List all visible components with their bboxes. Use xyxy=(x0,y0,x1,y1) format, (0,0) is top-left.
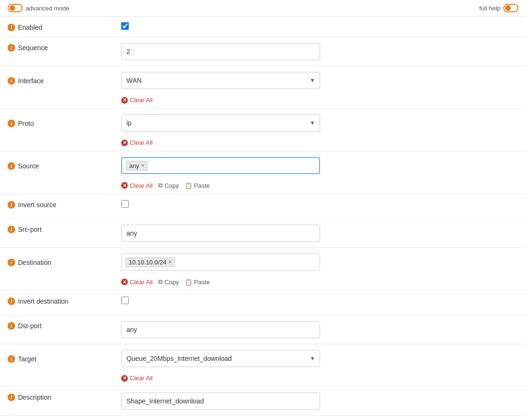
source-paste-link[interactable]: 📋 Paste xyxy=(185,182,210,189)
destination-tag-subnet: 10.10.10.0/24 × xyxy=(125,257,175,267)
source-field-cell: any × xyxy=(121,157,518,174)
dst-port-info-icon[interactable]: i xyxy=(8,322,15,330)
source-copy-link[interactable]: ⧉ Copy xyxy=(158,182,178,189)
description-row: i Description xyxy=(0,387,526,416)
sequence-field-cell xyxy=(121,43,518,60)
interface-row: i Interface WAN LAN ▼ ✕ Clear Al xyxy=(0,66,526,109)
src-port-info-icon[interactable]: i xyxy=(8,226,15,233)
invert-destination-label: Invert destination xyxy=(18,298,69,305)
sequence-info-icon[interactable]: i xyxy=(8,44,15,52)
full-help-label: full help xyxy=(479,5,500,12)
destination-tag-input[interactable]: 10.10.10.0/24 × xyxy=(121,254,320,271)
interface-sub-actions: ✕ Clear All xyxy=(0,95,526,108)
destination-copy-link[interactable]: ⧉ Copy xyxy=(158,278,178,286)
sequence-label: Sequence xyxy=(18,44,48,52)
src-port-row: i Src-port xyxy=(0,219,526,248)
dst-port-label-cell: i Dst-port xyxy=(8,321,121,330)
target-select-wrapper: Queue_20Mbps_Internet_download ▼ xyxy=(121,350,320,367)
invert-source-info-icon[interactable]: i xyxy=(8,201,15,209)
form-section: i Enabled i Sequence i Interface xyxy=(0,17,526,420)
target-clear-icon: ✕ xyxy=(121,375,128,382)
sequence-row: i Sequence xyxy=(0,37,526,66)
src-port-label: Src-port xyxy=(18,226,42,233)
invert-destination-row: i Invert destination xyxy=(0,291,526,315)
source-info-icon[interactable]: i xyxy=(8,162,15,170)
interface-label: Interface xyxy=(18,77,44,85)
invert-destination-info-icon[interactable]: i xyxy=(8,298,15,305)
destination-clear-icon: ✕ xyxy=(121,279,128,285)
source-clear-label: Clear All xyxy=(130,182,152,189)
description-info-icon[interactable]: i xyxy=(8,394,15,401)
dst-port-field-cell xyxy=(121,321,518,338)
source-row: i Source any × ✕ Clear All xyxy=(0,151,526,194)
enabled-row: i Enabled xyxy=(0,17,526,37)
source-row-inner: i Source any × xyxy=(0,151,526,180)
source-tag-input[interactable]: any × xyxy=(121,157,320,174)
proto-sub-actions: ✕ Clear All xyxy=(0,137,526,151)
enabled-info-icon[interactable]: i xyxy=(8,24,15,31)
dst-port-row: i Dst-port xyxy=(0,315,526,344)
source-tag-any-remove[interactable]: × xyxy=(141,163,144,168)
destination-sub-actions: ✕ Clear All ⧉ Copy 📋 Paste xyxy=(0,276,526,290)
src-port-input[interactable] xyxy=(121,225,320,242)
source-copy-icon: ⧉ xyxy=(158,182,162,189)
destination-clear-label: Clear All xyxy=(130,279,152,286)
interface-clear-icon: ✕ xyxy=(121,97,128,104)
proto-select-wrapper: ip tcp udp ▼ xyxy=(121,114,320,131)
interface-info-icon[interactable]: i xyxy=(8,77,15,85)
advanced-mode-toggle-icon xyxy=(8,4,23,12)
target-row-inner: i Target Queue_20Mbps_Internet_download … xyxy=(0,344,526,373)
invert-destination-checkbox[interactable] xyxy=(121,297,129,304)
dst-port-label: Dst-port xyxy=(18,322,42,330)
interface-clear-link[interactable]: ✕ Clear All xyxy=(121,96,152,104)
invert-source-row: i Invert source xyxy=(0,194,526,219)
interface-select-wrapper: WAN LAN ▼ xyxy=(121,72,320,89)
destination-row-inner: i Destination 10.10.10.0/24 × xyxy=(0,248,526,276)
source-sub-actions: ✕ Clear All ⧉ Copy 📋 Paste xyxy=(0,180,526,194)
target-sub-actions: ✕ Clear All xyxy=(0,373,526,386)
destination-clear-link[interactable]: ✕ Clear All xyxy=(121,279,152,286)
interface-row-inner: i Interface WAN LAN ▼ xyxy=(0,66,526,95)
destination-tag-subnet-label: 10.10.10.0/24 xyxy=(129,259,167,266)
description-input[interactable] xyxy=(121,393,320,410)
sequence-input[interactable] xyxy=(121,43,320,60)
destination-row: i Destination 10.10.10.0/24 × ✕ Clear Al… xyxy=(0,248,526,291)
page-wrapper: advanced mode full help i Enabled i Sequ… xyxy=(0,0,526,420)
enabled-checkbox[interactable] xyxy=(121,22,129,30)
destination-label: Destination xyxy=(18,259,51,266)
src-port-field-cell xyxy=(121,225,518,242)
enabled-label-cell: i Enabled xyxy=(8,23,121,31)
invert-destination-field-cell xyxy=(121,297,518,306)
full-help-toggle-icon xyxy=(503,4,518,12)
interface-select[interactable]: WAN LAN xyxy=(121,72,320,89)
dst-port-input[interactable] xyxy=(121,321,320,338)
invert-destination-label-cell: i Invert destination xyxy=(8,297,121,305)
enabled-label: Enabled xyxy=(18,24,42,31)
target-select[interactable]: Queue_20Mbps_Internet_download xyxy=(121,350,320,367)
destination-tag-subnet-remove[interactable]: × xyxy=(169,259,172,265)
proto-clear-link[interactable]: ✕ Clear All xyxy=(121,139,152,146)
destination-paste-link[interactable]: 📋 Paste xyxy=(185,279,210,286)
sequence-label-cell: i Sequence xyxy=(8,43,121,52)
destination-paste-icon: 📋 xyxy=(185,279,192,286)
source-copy-label: Copy xyxy=(164,182,178,189)
invert-source-label: Invert source xyxy=(18,201,56,209)
invert-source-checkbox[interactable] xyxy=(121,200,129,208)
source-paste-label: Paste xyxy=(194,182,210,189)
proto-row-inner: i Proto ip tcp udp ▼ xyxy=(0,109,526,137)
proto-info-icon[interactable]: i xyxy=(8,120,15,127)
target-info-icon[interactable]: i xyxy=(8,355,15,363)
destination-info-icon[interactable]: i xyxy=(8,259,15,266)
advanced-mode-toggle[interactable]: advanced mode xyxy=(8,4,70,12)
proto-select[interactable]: ip tcp udp xyxy=(121,114,320,131)
full-help-toggle[interactable]: full help xyxy=(479,4,518,12)
destination-paste-label: Paste xyxy=(194,279,210,286)
target-clear-link[interactable]: ✕ Clear All xyxy=(121,375,152,382)
interface-clear-label: Clear All xyxy=(130,96,152,104)
proto-label-cell: i Proto xyxy=(8,119,121,127)
target-label-cell: i Target xyxy=(8,354,121,363)
advanced-mode-label: advanced mode xyxy=(26,5,70,12)
source-paste-icon: 📋 xyxy=(185,182,192,189)
target-label: Target xyxy=(18,355,36,363)
source-clear-link[interactable]: ✕ Clear All xyxy=(121,182,152,189)
